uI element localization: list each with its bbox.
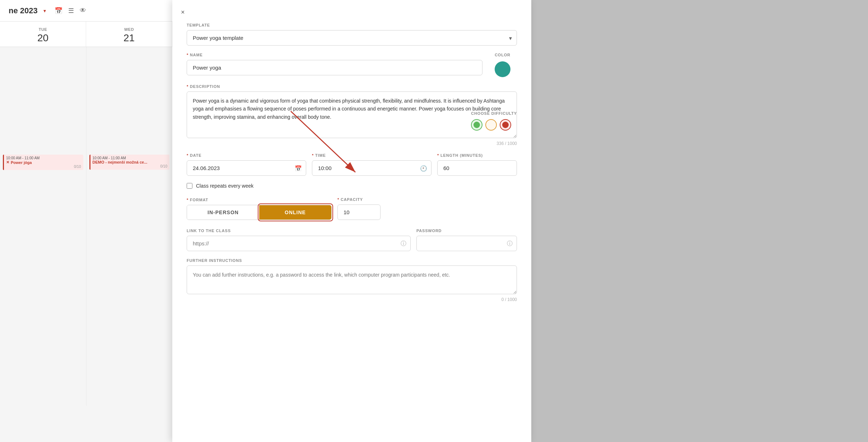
format-in-person-button[interactable]: IN-PERSON: [187, 205, 259, 220]
tue-label: TUE: [0, 27, 86, 32]
format-capacity-row: * FORMAT IN-PERSON ONLINE * CAPACITY: [187, 190, 517, 220]
further-char-count: 0 / 1000: [187, 297, 517, 302]
date-input-wrapper: 📅: [187, 160, 306, 176]
date-label: * DATE: [187, 153, 306, 157]
further-label: FURTHER INSTRUCTIONS: [187, 258, 517, 263]
link-section: LINK TO THE CLASS ⓘ: [187, 221, 411, 251]
format-buttons: IN-PERSON ONLINE: [187, 205, 332, 220]
length-label: * LENGTH (MINUTES): [437, 153, 517, 157]
calendar-days-header: TUE 20 WED 21: [0, 22, 172, 47]
password-info-icon: ⓘ: [507, 240, 513, 247]
password-label: PASSWORD: [416, 229, 517, 233]
format-online-button[interactable]: ONLINE: [259, 205, 331, 220]
template-select-wrapper: Power yoga template: [187, 30, 517, 46]
time-input[interactable]: [312, 160, 431, 176]
template-section: TEMPLATE Power yoga template: [187, 23, 517, 46]
color-swatch[interactable]: [495, 61, 510, 77]
description-label: * DESCRIPTION: [187, 84, 517, 89]
color-section: COLOR: [488, 46, 517, 77]
link-input[interactable]: [187, 236, 411, 251]
calendar-panel: ne 2023 ▾ 📅 ☰ 👁 TUE 20 WED 21 10:00 AM -…: [0, 0, 172, 442]
class-repeats-label[interactable]: Class repeats every week: [196, 183, 253, 189]
calendar-header: ne 2023 ▾ 📅 ☰ 👁: [0, 0, 172, 22]
name-field-wrap: * NAME: [187, 46, 482, 75]
template-select[interactable]: Power yoga template: [187, 30, 517, 46]
description-section: * DESCRIPTION Power yoga is a dynamic an…: [187, 84, 517, 146]
link-label: LINK TO THE CLASS: [187, 229, 411, 233]
chevron-down-icon[interactable]: ▾: [43, 8, 46, 14]
length-input[interactable]: [437, 160, 517, 176]
password-input-wrapper: ⓘ: [416, 236, 517, 251]
difficulty-circles: [471, 119, 517, 131]
capacity-input[interactable]: [337, 204, 381, 220]
difficulty-easy[interactable]: [471, 119, 482, 131]
clock-icon: 🕙: [420, 165, 427, 171]
date-time-length-row: * DATE 📅 * TIME 🕙 * LENGTH (MINUTES): [187, 146, 517, 176]
event-count: 0/10: [6, 165, 81, 169]
format-section: * FORMAT IN-PERSON ONLINE: [187, 191, 332, 220]
password-input[interactable]: [416, 236, 517, 251]
cal-col-wed: WED 21: [86, 22, 172, 47]
capacity-section: * CAPACITY: [337, 190, 517, 220]
time-section: * TIME 🕙: [312, 146, 431, 176]
event-demo[interactable]: 10:00 AM - 11:00 AM DEMO - nejmenší možn…: [89, 155, 170, 170]
link-info-icon: ⓘ: [401, 240, 406, 247]
cal-col-tue: TUE 20: [0, 22, 86, 47]
difficulty-label: CHOOSE DIFFICULTY: [471, 111, 517, 116]
event-demo-name: DEMO - nejmenší možná ce...: [93, 160, 168, 164]
link-input-wrapper: ⓘ: [187, 236, 411, 251]
event-time: 10:00 AM - 11:00 AM: [6, 156, 81, 160]
password-section: PASSWORD ⓘ: [416, 221, 517, 251]
event-name: ✕ Power jóga: [6, 160, 81, 165]
color-label: COLOR: [495, 53, 510, 57]
date-section: * DATE 📅: [187, 146, 306, 176]
name-label: * NAME: [187, 53, 482, 57]
calendar-title: ne 2023: [9, 6, 38, 15]
list-icon[interactable]: ☰: [68, 7, 74, 15]
modal-panel: × TEMPLATE Power yoga template * NAME CO…: [172, 0, 531, 442]
further-instructions-textarea[interactable]: [187, 265, 517, 294]
difficulty-hard[interactable]: [500, 119, 511, 131]
class-repeats-checkbox[interactable]: [187, 183, 192, 189]
template-label: TEMPLATE: [187, 23, 517, 27]
difficulty-medium[interactable]: [485, 119, 497, 131]
eye-icon[interactable]: 👁: [80, 7, 86, 14]
length-section: * LENGTH (MINUTES): [437, 146, 517, 176]
time-label: * TIME: [312, 153, 431, 157]
difficulty-section: CHOOSE DIFFICULTY: [471, 111, 517, 131]
format-buttons-wrapper: IN-PERSON ONLINE: [187, 205, 332, 220]
calendar-icon-small: 📅: [295, 165, 302, 171]
description-textarea[interactable]: Power yoga is a dynamic and vigorous for…: [187, 91, 517, 138]
description-char-count: 336 / 1000: [187, 141, 517, 146]
calendar-body: 10:00 AM - 11:00 AM ✕ Power jóga 0/10 10…: [0, 47, 172, 406]
calendar-icon[interactable]: 📅: [55, 7, 62, 15]
wed-label: WED: [86, 27, 172, 32]
name-color-row: * NAME COLOR: [187, 46, 517, 77]
difficulty-easy-inner: [473, 122, 480, 128]
event-power-joga[interactable]: 10:00 AM - 11:00 AM ✕ Power jóga 0/10: [3, 155, 83, 170]
further-instructions-section: FURTHER INSTRUCTIONS 0 / 1000: [187, 258, 517, 302]
class-repeats-row: Class repeats every week: [187, 183, 517, 189]
tue-num: 20: [0, 32, 86, 44]
link-password-row: LINK TO THE CLASS ⓘ PASSWORD ⓘ: [187, 221, 517, 251]
name-input[interactable]: [187, 60, 482, 75]
difficulty-hard-inner: [502, 122, 509, 128]
format-label: * FORMAT: [187, 198, 332, 202]
close-button[interactable]: ×: [179, 7, 186, 18]
time-input-wrapper: 🕙: [312, 160, 431, 176]
wed-num: 21: [86, 32, 172, 44]
event-demo-count: 0/10: [93, 164, 168, 168]
event-demo-time: 10:00 AM - 11:00 AM: [93, 156, 168, 160]
date-input[interactable]: [187, 160, 306, 176]
capacity-label: * CAPACITY: [337, 197, 517, 202]
